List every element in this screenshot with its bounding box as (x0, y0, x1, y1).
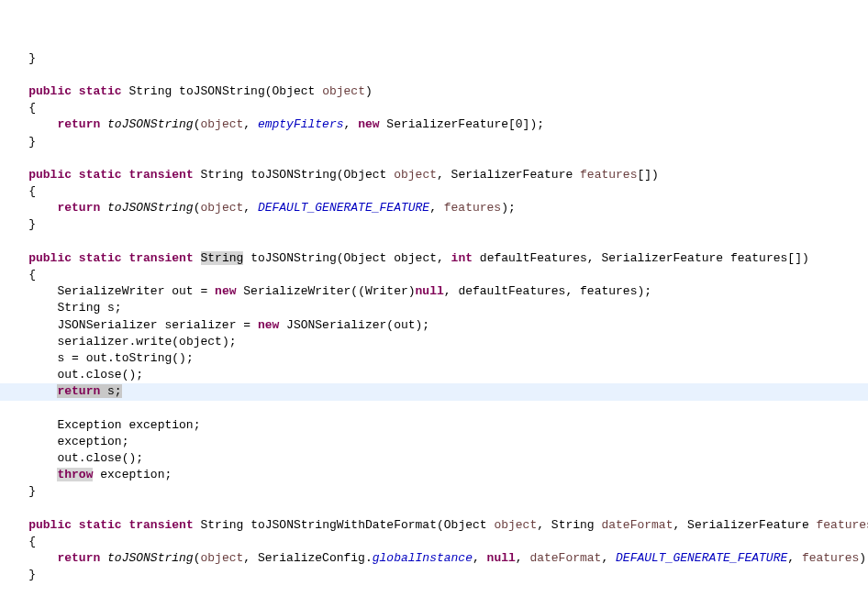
code-snippet: { "kw": { "public": "public", "static": … (0, 17, 868, 597)
